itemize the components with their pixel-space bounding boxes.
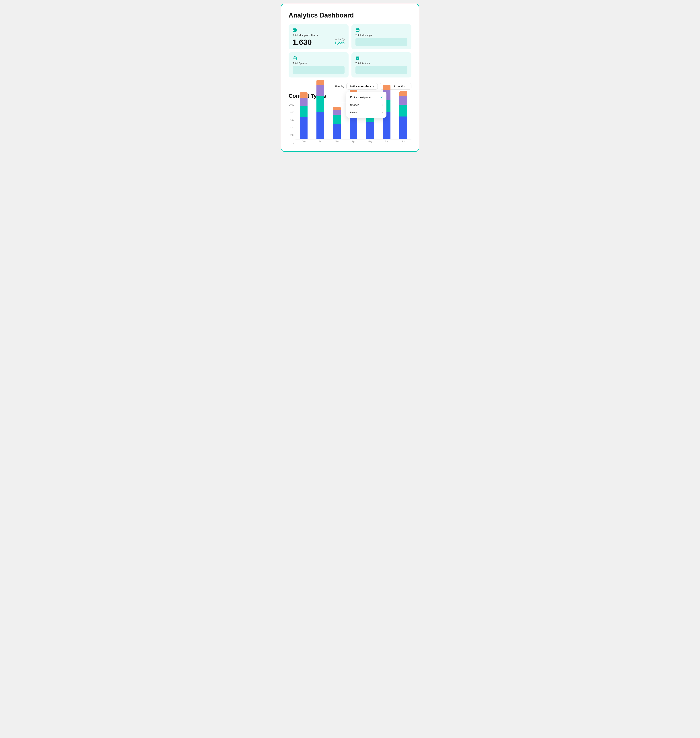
filter-dropdown[interactable]: Entire meetplace ⌄ xyxy=(346,83,378,90)
y-label-800: 800 xyxy=(288,112,294,113)
bar-segment xyxy=(399,96,407,104)
stat-label-total-meetings: Total Meetings xyxy=(356,34,407,37)
bar-segment xyxy=(399,104,407,116)
dropdown-item-entire-meetplace[interactable]: Entire meetplace ✓ xyxy=(346,93,387,101)
y-label-400: 400 xyxy=(288,126,294,129)
dropdown-item-label-spaces: Spaces xyxy=(350,103,359,106)
filter-dropdown-value: Entire meetplace xyxy=(350,85,371,88)
checkbox-icon xyxy=(356,56,407,60)
bar-stack-jul xyxy=(399,91,407,139)
svg-rect-4 xyxy=(356,29,359,32)
svg-rect-0 xyxy=(293,29,296,32)
dropdown-item-spaces[interactable]: Spaces › xyxy=(346,101,387,109)
page-title: Analytics Dashboard xyxy=(288,12,412,19)
bar-segment xyxy=(383,85,390,90)
bar-segment xyxy=(333,115,341,124)
bar-stack-feb xyxy=(316,80,324,139)
bar-segment xyxy=(316,85,324,96)
y-label-0: 0 xyxy=(288,142,294,144)
chart-y-axis: 1,000 800 600 400 200 0 xyxy=(288,104,294,144)
stat-card-total-meetings: Total Meetings xyxy=(351,24,412,49)
bar-label-jun: Jun xyxy=(385,140,388,143)
dropdown-item-users[interactable]: Users › xyxy=(346,109,387,116)
bar-segment xyxy=(300,92,307,98)
bar-group-jul: Jul xyxy=(399,91,407,143)
stat-active-label: Active i xyxy=(335,38,344,41)
date-chevron-down-icon: ⌄ xyxy=(406,85,409,88)
svg-point-2 xyxy=(294,30,294,31)
stat-active-number: 1,235 xyxy=(334,41,344,46)
check-icon: ✓ xyxy=(381,96,383,99)
bar-stack-jan xyxy=(300,92,307,139)
filter-by-label: Filter by xyxy=(334,85,344,88)
briefcase-icon xyxy=(293,56,344,60)
stat-label-total-spaces: Total Spaces xyxy=(293,62,344,65)
bar-segment xyxy=(399,116,407,139)
dashboard-container: Analytics Dashboard Total Meetplace User… xyxy=(281,4,419,152)
y-label-600: 600 xyxy=(288,119,294,121)
dropdown-item-label-entire: Entire meetplace xyxy=(350,96,371,99)
svg-rect-8 xyxy=(293,57,296,60)
filter-dropdown-menu: Entire meetplace ✓ Spaces › Users › xyxy=(346,92,387,118)
stat-main-row: 1,630 Active i 1,235 xyxy=(293,38,344,46)
calendar-icon xyxy=(356,28,407,32)
bar-segment xyxy=(300,117,307,139)
dropdown-item-label-users: Users xyxy=(350,111,357,114)
stat-card-total-actions: Total Actions xyxy=(351,52,412,78)
bar-stack-mar xyxy=(333,107,341,139)
bar-group-mar: Mar xyxy=(333,107,341,143)
bar-group-jan: Jan xyxy=(300,92,307,143)
filter-row: Filter by Entire meetplace ⌄ Entire meet… xyxy=(288,83,412,90)
bar-label-jan: Jan xyxy=(302,140,306,143)
stats-grid: Total Meetplace Users 1,630 Active i 1,2… xyxy=(288,24,412,78)
stat-label-total-actions: Total Actions xyxy=(356,62,407,65)
bar-label-feb: Feb xyxy=(318,140,322,143)
stat-big-number-users: 1,630 xyxy=(293,38,312,46)
stat-placeholder-actions xyxy=(356,66,407,74)
bar-segment xyxy=(300,98,307,106)
bar-segment xyxy=(316,80,324,85)
bar-segment xyxy=(399,91,407,96)
arrow-right-icon-users: › xyxy=(382,111,383,114)
bar-segment xyxy=(366,122,374,139)
calendar-users-icon xyxy=(293,28,344,32)
y-label-1000: 1,000 xyxy=(288,104,294,106)
bar-label-may: May xyxy=(368,140,372,143)
stat-active-block: Active i 1,235 xyxy=(334,38,344,46)
bar-segment xyxy=(333,110,341,115)
stat-card-total-spaces: Total Spaces xyxy=(288,52,349,78)
stat-placeholder-spaces xyxy=(293,66,344,74)
y-label-200: 200 xyxy=(288,134,294,136)
bar-group-feb: Feb xyxy=(316,80,324,143)
bar-label-mar: Mar xyxy=(335,140,339,143)
bar-segment xyxy=(300,106,307,117)
bar-segment xyxy=(350,115,357,139)
stat-label-meetplace-users: Total Meetplace Users xyxy=(293,34,344,37)
svg-point-3 xyxy=(295,30,296,31)
bar-segment xyxy=(316,96,324,112)
stat-placeholder-meetings xyxy=(356,38,407,46)
stat-card-total-meetplace-users: Total Meetplace Users 1,630 Active i 1,2… xyxy=(288,24,349,49)
bar-segment xyxy=(333,124,341,139)
filter-dropdown-wrapper: Entire meetplace ⌄ Entire meetplace ✓ Sp… xyxy=(346,83,378,90)
bar-label-jul: Jul xyxy=(402,140,404,143)
arrow-right-icon: › xyxy=(382,103,383,106)
bar-segment xyxy=(316,112,324,139)
chevron-down-icon: ⌄ xyxy=(373,85,375,88)
svg-rect-10 xyxy=(356,56,359,60)
bar-segment xyxy=(333,107,341,110)
info-icon: i xyxy=(342,38,344,41)
bar-label-apr: Apr xyxy=(352,140,355,143)
